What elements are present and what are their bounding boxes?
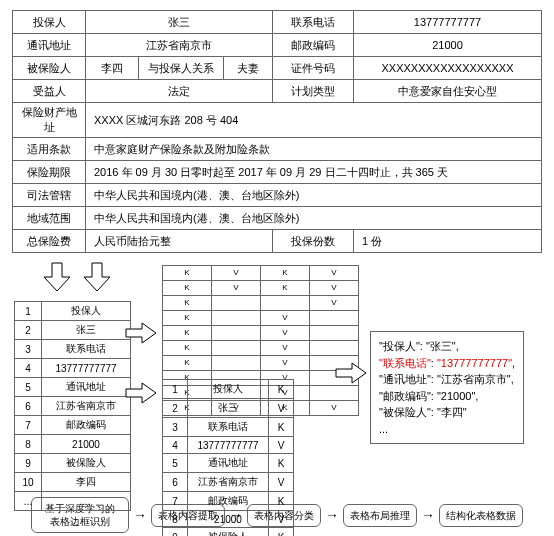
label: 计划类型 — [273, 80, 354, 103]
row-text: 13777777777 — [42, 359, 131, 378]
value: XXXX 区城河东路 208 号 404 — [86, 103, 542, 138]
row-kv: V — [269, 399, 294, 418]
pattern-cell — [310, 386, 359, 401]
pattern-cell: V — [310, 281, 359, 296]
value: 2016 年 09 月 30 日零时起至 2017 年 09 月 29 日二十四… — [86, 161, 542, 184]
pattern-cell: V — [261, 311, 310, 326]
key: "通讯地址" — [379, 373, 431, 385]
value: XXXXXXXXXXXXXXXXXX — [354, 57, 542, 80]
key: "被保险人" — [379, 406, 431, 418]
value: 13777777777 — [354, 11, 542, 34]
val: "江苏省南京市" — [437, 373, 511, 385]
json-output: "投保人": "张三", "联系电话": "13777777777", "通讯地… — [370, 331, 524, 444]
row-num: 1 — [15, 302, 42, 321]
row-text: 21000 — [188, 511, 269, 528]
row-num: 4 — [163, 437, 188, 454]
row-num: 2 — [15, 321, 42, 340]
val: "李四" — [437, 406, 467, 418]
row-text: 张三 — [188, 399, 269, 418]
row-text: 21000 — [42, 435, 131, 454]
value: 1 份 — [354, 230, 542, 253]
label: 总保险费 — [13, 230, 86, 253]
pattern-cell: K — [163, 266, 212, 281]
arrow-right-icon: → — [133, 507, 147, 523]
row-num: 7 — [163, 492, 188, 511]
arrow-right-icon — [334, 361, 368, 385]
arrow-down-icon — [42, 261, 72, 293]
row-num: 8 — [163, 511, 188, 528]
row-kv: K — [269, 418, 294, 437]
value: 中意家庭财产保险条款及附加险条款 — [86, 138, 542, 161]
label: 受益人 — [13, 80, 86, 103]
value: 法定 — [86, 80, 273, 103]
key: "投保人" — [379, 340, 420, 352]
val: "张三" — [426, 340, 456, 352]
row-text: 投保人 — [188, 380, 269, 399]
value: 中华人民共和国境内(港、澳、台地区除外) — [86, 207, 542, 230]
row-num: 6 — [163, 473, 188, 492]
row-text: 被保险人 — [42, 454, 131, 473]
row-text: ... — [42, 492, 131, 511]
arrow-right-icon — [124, 381, 158, 405]
label: 地域范围 — [13, 207, 86, 230]
row-kv: K — [269, 380, 294, 399]
pattern-cell: V — [310, 296, 359, 311]
row-num: 2 — [163, 399, 188, 418]
label: 联系电话 — [273, 11, 354, 34]
label: 投保人 — [13, 11, 86, 34]
pattern-cell — [212, 326, 261, 341]
row-text: 通讯地址 — [42, 378, 131, 397]
arrow-down-icon — [82, 261, 112, 293]
row-text: 13777777777 — [188, 437, 269, 454]
pattern-cell — [212, 356, 261, 371]
value: 张三 — [86, 11, 273, 34]
policy-table: 投保人 张三 联系电话 13777777777 通讯地址 江苏省南京市 邮政编码… — [12, 10, 542, 253]
row-num: 9 — [163, 528, 188, 537]
row-num: 3 — [15, 340, 42, 359]
key: "邮政编码" — [379, 390, 431, 402]
row-num: 6 — [15, 397, 42, 416]
value: 李四 — [86, 57, 139, 80]
row-kv: K — [269, 528, 294, 537]
pattern-cell: V — [261, 341, 310, 356]
row-kv: K — [269, 454, 294, 473]
pattern-cell — [212, 296, 261, 311]
label: 通讯地址 — [13, 34, 86, 57]
row-kv: V — [269, 437, 294, 454]
pattern-cell — [310, 326, 359, 341]
pattern-cell: K — [163, 326, 212, 341]
label: 保险财产地址 — [13, 103, 86, 138]
row-num: ... — [15, 492, 42, 511]
pattern-cell — [310, 311, 359, 326]
value: 中意爱家自住安心型 — [354, 80, 542, 103]
arrow-right-icon: → — [421, 507, 435, 523]
pattern-cell: K — [261, 266, 310, 281]
ellipsis: ... — [379, 423, 388, 435]
row-num: 8 — [15, 435, 42, 454]
value: 江苏省南京市 — [86, 34, 273, 57]
pattern-cell — [212, 311, 261, 326]
value: 21000 — [354, 34, 542, 57]
value: 人民币陆拾元整 — [86, 230, 273, 253]
row-text: 通讯地址 — [188, 454, 269, 473]
label: 适用条款 — [13, 138, 86, 161]
label: 被保险人 — [13, 57, 86, 80]
kv-table: 1投保人K2张三V3联系电话K413777777777V5通讯地址K6江苏省南京… — [162, 379, 294, 536]
pipeline-step: 结构化表格数据 — [439, 504, 523, 527]
label: 证件号码 — [273, 57, 354, 80]
pattern-cell — [261, 296, 310, 311]
row-num: 9 — [15, 454, 42, 473]
row-num: 10 — [15, 473, 42, 492]
row-num: 1 — [163, 380, 188, 399]
pipeline-step: 表格布局推理 — [343, 504, 417, 527]
label: 投保份数 — [273, 230, 354, 253]
row-kv: V — [269, 511, 294, 528]
value: 中华人民共和国境内(港、澳、台地区除外) — [86, 184, 542, 207]
row-kv: V — [269, 473, 294, 492]
pattern-cell: V — [310, 266, 359, 281]
pattern-cell: K — [163, 281, 212, 296]
row-num: 7 — [15, 416, 42, 435]
pattern-cell: V — [212, 281, 261, 296]
arrow-right-icon: → — [325, 507, 339, 523]
pattern-cell: V — [261, 326, 310, 341]
